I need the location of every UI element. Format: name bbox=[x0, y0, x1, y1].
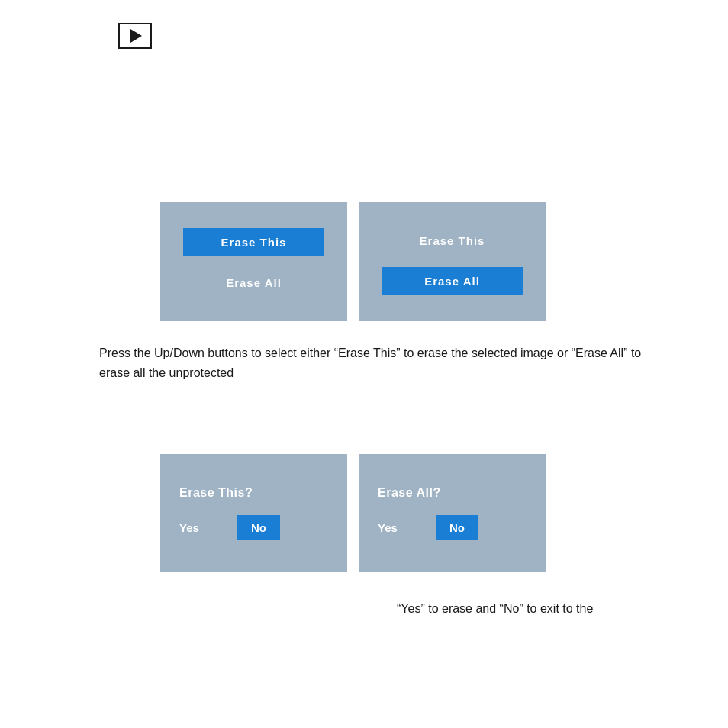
description-top: Press the Up/Down buttons to select eith… bbox=[99, 343, 649, 382]
erase-all-button-2[interactable]: Erase All bbox=[382, 267, 523, 295]
description-bottom: “Yes” to erase and “No” to exit to the bbox=[397, 599, 672, 619]
confirm-row-2: Yes No bbox=[378, 515, 527, 540]
confirm-erase-all-title: Erase All? bbox=[378, 486, 441, 500]
erase-all-button-1[interactable]: Erase All bbox=[183, 270, 324, 295]
confirm-no-button-1[interactable]: No bbox=[237, 515, 280, 540]
confirm-no-button-2[interactable]: No bbox=[436, 515, 478, 540]
top-panel-2: Erase This Erase All bbox=[359, 202, 546, 321]
confirm-erase-this-panel: Erase This? Yes No bbox=[160, 454, 347, 572]
erase-this-button-2[interactable]: Erase This bbox=[382, 228, 523, 253]
play-triangle-icon bbox=[130, 29, 142, 43]
top-panels-container: Erase This Erase All Erase This Erase Al… bbox=[160, 202, 546, 321]
confirm-yes-button-1[interactable]: Yes bbox=[179, 521, 199, 534]
erase-this-button-1[interactable]: Erase This bbox=[183, 228, 324, 256]
top-panel-1: Erase This Erase All bbox=[160, 202, 347, 321]
confirm-erase-all-panel: Erase All? Yes No bbox=[359, 454, 546, 572]
confirm-row-1: Yes No bbox=[179, 515, 328, 540]
bottom-panels-container: Erase This? Yes No Erase All? Yes No bbox=[160, 454, 546, 572]
confirm-yes-button-2[interactable]: Yes bbox=[378, 521, 398, 534]
video-play-icon bbox=[118, 23, 152, 49]
confirm-erase-this-title: Erase This? bbox=[179, 486, 253, 500]
